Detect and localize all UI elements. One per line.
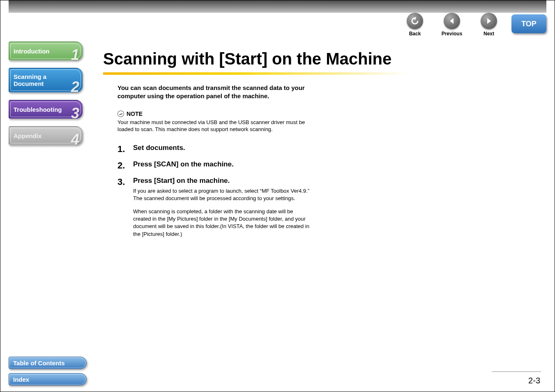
page-frame: Back Previous Next TOP Introduction 1 Sc…	[0, 0, 555, 392]
sidebar: Introduction 1 Scanning a Document 2 Tro…	[9, 42, 89, 152]
top-gradient-bar	[9, 0, 546, 13]
svg-marker-2	[487, 18, 491, 24]
top-label: TOP	[521, 20, 537, 28]
page-number: 2-3	[528, 376, 540, 385]
intro-text: You can scan documents and transmit the …	[117, 84, 311, 101]
svg-marker-0	[413, 17, 416, 20]
tab-number: 3	[71, 105, 79, 122]
note-label: NOTE	[127, 111, 143, 117]
tab-label: Troubleshooting	[14, 106, 62, 113]
page-title: Scanning with [Start] on the Machine	[103, 50, 530, 68]
step-title: Set documents.	[133, 144, 311, 152]
step-number: 1.	[117, 144, 127, 154]
previous-icon	[444, 13, 460, 29]
step-1: 1. Set documents.	[117, 144, 311, 154]
tab-label: Appendix	[14, 132, 41, 139]
back-label: Back	[409, 31, 421, 37]
header-controls: Back Previous Next TOP	[401, 13, 546, 37]
tab-label: Scanning a Document	[14, 73, 70, 87]
tab-number: 1	[71, 46, 79, 64]
note-icon	[117, 109, 125, 118]
tab-appendix[interactable]: Appendix 4	[9, 126, 83, 145]
tab-scanning-document[interactable]: Scanning a Document 2	[9, 68, 83, 92]
step-paragraph: If you are asked to select a program to …	[133, 187, 311, 202]
step-number: 2.	[117, 160, 127, 171]
main-content: Scanning with [Start] on the Machine You…	[103, 50, 530, 244]
toc-label: Table of Contents	[13, 360, 65, 367]
bottom-pills: Table of Contents Index	[9, 353, 91, 385]
note-body: Your machine must be connected via USB a…	[117, 119, 306, 133]
title-underline	[103, 72, 424, 75]
top-button[interactable]: TOP	[511, 14, 546, 33]
table-of-contents-button[interactable]: Table of Contents	[9, 357, 87, 369]
next-button[interactable]: Next	[474, 13, 503, 37]
step-number: 3.	[117, 177, 127, 238]
previous-button[interactable]: Previous	[438, 13, 466, 37]
svg-marker-1	[450, 18, 454, 24]
index-label: Index	[13, 376, 29, 383]
tab-troubleshooting[interactable]: Troubleshooting 3	[9, 100, 83, 119]
next-icon	[481, 13, 497, 29]
next-label: Next	[484, 31, 494, 37]
step-paragraph: When scanning is completed, a folder wit…	[133, 208, 311, 238]
index-button[interactable]: Index	[9, 373, 87, 385]
tab-number: 2	[71, 78, 79, 96]
step-3: 3. Press [Start] on the machine. If you …	[117, 177, 311, 238]
step-title: Press [SCAN] on the machine.	[133, 160, 311, 168]
step-2: 2. Press [SCAN] on the machine.	[117, 160, 311, 171]
note-heading: NOTE	[117, 111, 306, 117]
back-button[interactable]: Back	[401, 13, 429, 37]
page-number-line	[492, 371, 541, 372]
tab-introduction[interactable]: Introduction 1	[9, 42, 83, 60]
tab-number: 4	[71, 131, 79, 148]
back-icon	[407, 13, 423, 29]
note-block: NOTE Your machine must be connected via …	[117, 111, 306, 133]
steps-list: 1. Set documents. 2. Press [SCAN] on the…	[117, 144, 311, 238]
previous-label: Previous	[442, 31, 463, 37]
tab-label: Introduction	[14, 48, 49, 55]
step-title: Press [Start] on the machine.	[133, 177, 311, 185]
